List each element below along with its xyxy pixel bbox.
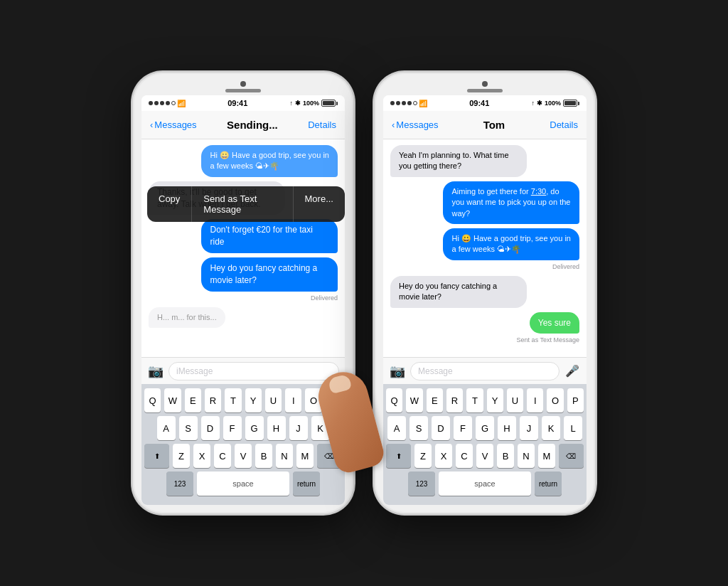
dot1 [149, 101, 153, 105]
key-row-3-right: ⬆ Z X C V B N M ⌫ [386, 444, 584, 468]
delivered-label-left: Delivered [149, 294, 338, 302]
messages-left: Hi 😀 Have a good trip, see you in a few … [141, 139, 345, 357]
input-placeholder-right: Message [418, 366, 453, 376]
phones-container: 📶 09:41 ↑ ✱ 100% ‹Messages Se [133, 73, 595, 513]
key-s-left[interactable]: S [179, 416, 198, 440]
screen-right: 📶 09:41 ↑ ✱ 100% ‹Messages To [383, 95, 587, 505]
key-m-right[interactable]: M [538, 444, 555, 468]
camera-button-left[interactable]: 📷 [147, 363, 164, 380]
details-button-left[interactable]: Details [308, 119, 336, 130]
context-more[interactable]: More... [294, 186, 345, 222]
key-t-right[interactable]: T [466, 388, 483, 412]
key-shift-right[interactable]: ⬆ [386, 444, 411, 468]
key-n-right[interactable]: N [518, 444, 535, 468]
bubble-r1: Yeah I'm planning to. What time you gett… [390, 145, 527, 177]
key-j-left[interactable]: J [289, 416, 308, 440]
key-u-right[interactable]: U [507, 388, 523, 412]
key-w-left[interactable]: W [164, 388, 181, 412]
key-x-left[interactable]: X [193, 444, 210, 468]
key-d-left[interactable]: D [201, 416, 220, 440]
key-f-left[interactable]: F [223, 416, 242, 440]
key-k-right[interactable]: K [542, 416, 560, 440]
key-row-1-right: Q W E R T Y U I O P [386, 388, 584, 412]
key-j-right[interactable]: J [520, 416, 538, 440]
key-o-left[interactable]: O [305, 388, 321, 412]
key-123-left[interactable]: 123 [166, 472, 193, 496]
key-r-right[interactable]: R [446, 388, 463, 412]
key-space-left[interactable]: space [197, 472, 289, 496]
key-s-right[interactable]: S [410, 416, 428, 440]
key-c-left[interactable]: C [214, 444, 231, 468]
back-button-left[interactable]: ‹Messages [150, 119, 197, 130]
key-h-left[interactable]: H [267, 416, 286, 440]
key-m-left[interactable]: M [296, 444, 314, 468]
message-input-left[interactable]: iMessage [168, 362, 339, 380]
key-q-left[interactable]: Q [144, 388, 161, 412]
key-a-left[interactable]: A [157, 416, 176, 440]
key-b-left[interactable]: B [255, 444, 272, 468]
key-e-left[interactable]: E [185, 388, 201, 412]
key-v-left[interactable]: V [235, 444, 252, 468]
key-delete-right[interactable]: ⌫ [559, 444, 584, 468]
key-i-left[interactable]: I [285, 388, 301, 412]
camera-button-right[interactable]: 📷 [389, 363, 406, 380]
details-button-right[interactable]: Details [550, 119, 578, 130]
signal-dots-right [390, 101, 417, 105]
key-a-right[interactable]: A [387, 416, 406, 440]
key-row-3-left: ⬆ Z X C V B N M ⌫ [144, 444, 342, 468]
key-p-right[interactable]: P [567, 388, 584, 412]
key-u-left[interactable]: U [265, 388, 282, 412]
key-w-right[interactable]: W [406, 388, 422, 412]
context-copy[interactable]: Copy [147, 186, 192, 222]
key-c-right[interactable]: C [456, 444, 473, 468]
key-x-right[interactable]: X [435, 444, 452, 468]
context-send-text[interactable]: Send as Text Message [192, 186, 293, 222]
key-l-right[interactable]: L [564, 416, 582, 440]
key-g-left[interactable]: G [245, 416, 264, 440]
key-q-right[interactable]: Q [386, 388, 402, 412]
key-n-left[interactable]: N [276, 444, 293, 468]
key-b-right[interactable]: B [497, 444, 514, 468]
key-h-right[interactable]: H [498, 416, 516, 440]
key-shift-left[interactable]: ⬆ [144, 444, 169, 468]
key-y-right[interactable]: Y [487, 388, 503, 412]
key-f-right[interactable]: F [454, 416, 472, 440]
key-z-left[interactable]: Z [173, 444, 190, 468]
rdot5 [413, 101, 417, 105]
key-v-right[interactable]: V [476, 444, 493, 468]
bubble-r2: Aiming to get there for 7:30, do you wan… [443, 181, 579, 224]
dot2 [154, 101, 159, 105]
speaker-left [225, 89, 261, 92]
bluetooth-icon-left: ✱ [295, 100, 301, 107]
key-row-2-left: A S D F G H J K [144, 416, 342, 440]
message-input-right[interactable]: Message [410, 362, 560, 380]
status-time-left: 09:41 [228, 99, 247, 107]
dot5 [171, 101, 176, 105]
messages-right: Yeah I'm planning to. What time you gett… [383, 139, 587, 357]
key-i-right[interactable]: I [527, 388, 543, 412]
status-left-left: 📶 [149, 100, 186, 107]
key-e-right[interactable]: E [427, 388, 443, 412]
nav-title-left: Sending... [227, 119, 278, 131]
key-z-right[interactable]: Z [414, 444, 432, 468]
key-delete-left[interactable]: ⌫ [317, 444, 342, 468]
key-r-left[interactable]: R [205, 388, 221, 412]
bluetooth-icon-right: ✱ [537, 100, 542, 107]
context-menu[interactable]: Copy Send as Text Message More... [147, 186, 345, 222]
rdot1 [390, 101, 395, 105]
key-y-left[interactable]: Y [245, 388, 262, 412]
key-o-right[interactable]: O [547, 388, 563, 412]
back-button-right[interactable]: ‹Messages [392, 119, 439, 130]
bubble-sent-2: Don't forget €20 for the taxi ride [201, 219, 338, 253]
key-p-left[interactable]: P [326, 388, 342, 412]
key-123-right[interactable]: 123 [408, 472, 435, 496]
camera-right [482, 81, 488, 87]
key-t-left[interactable]: T [225, 388, 241, 412]
mic-button-right[interactable]: 🎤 [564, 363, 581, 380]
key-space-right[interactable]: space [439, 472, 531, 496]
key-d-right[interactable]: D [432, 416, 450, 440]
key-return-left[interactable]: return [293, 472, 320, 496]
key-return-right[interactable]: return [535, 472, 562, 496]
key-k-left[interactable]: K [311, 416, 330, 440]
key-g-right[interactable]: G [476, 416, 494, 440]
